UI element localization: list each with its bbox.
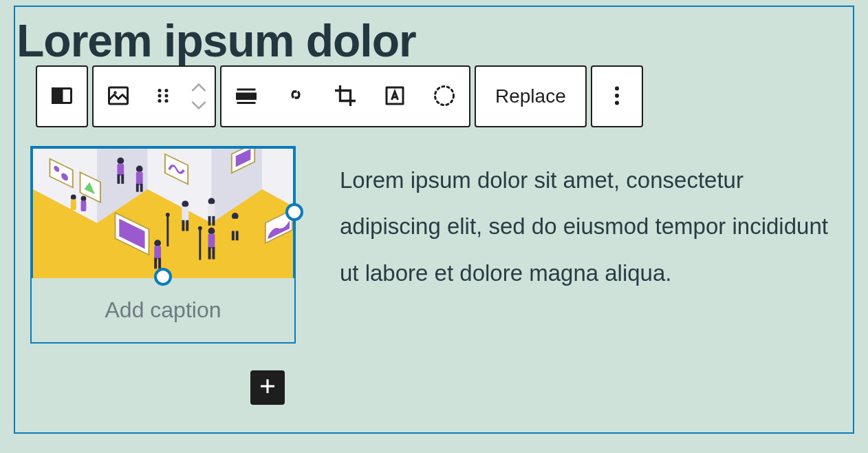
svg-rect-37 bbox=[121, 174, 124, 184]
text-overlay-button[interactable] bbox=[370, 67, 420, 126]
svg-point-58 bbox=[208, 228, 215, 235]
drag-icon bbox=[153, 85, 173, 108]
svg-point-38 bbox=[136, 165, 143, 172]
svg-rect-43 bbox=[71, 199, 76, 210]
svg-rect-49 bbox=[186, 220, 188, 231]
crop-icon bbox=[333, 83, 358, 110]
svg-rect-56 bbox=[154, 258, 157, 269]
resize-handle-right[interactable] bbox=[285, 203, 303, 221]
svg-point-13 bbox=[435, 86, 454, 105]
gallery-illustration bbox=[33, 149, 293, 278]
more-vertical-icon bbox=[605, 83, 629, 110]
toolbar-group-tools bbox=[220, 65, 470, 127]
svg-rect-55 bbox=[154, 246, 161, 260]
svg-point-8 bbox=[158, 99, 162, 103]
svg-point-7 bbox=[165, 94, 169, 97]
svg-rect-64 bbox=[232, 231, 235, 240]
block-toolbar: Replace bbox=[36, 65, 643, 127]
text-overlay-icon bbox=[382, 83, 407, 110]
image-icon bbox=[106, 83, 131, 110]
drag-handle[interactable] bbox=[143, 67, 183, 126]
move-up-button[interactable] bbox=[191, 83, 206, 92]
svg-rect-47 bbox=[182, 207, 188, 222]
move-down-button[interactable] bbox=[191, 101, 206, 110]
svg-point-4 bbox=[158, 89, 162, 92]
editor-canvas: Lorem ipsum dolor bbox=[14, 6, 854, 434]
replace-button[interactable]: Replace bbox=[476, 67, 585, 126]
svg-point-50 bbox=[208, 198, 215, 204]
image-placeholder[interactable] bbox=[30, 146, 296, 278]
svg-point-44 bbox=[81, 196, 87, 202]
crop-button[interactable] bbox=[321, 67, 370, 126]
svg-point-6 bbox=[158, 94, 162, 97]
link-icon bbox=[283, 83, 308, 110]
svg-point-42 bbox=[71, 195, 76, 200]
svg-rect-53 bbox=[212, 216, 215, 226]
svg-point-5 bbox=[165, 89, 169, 92]
align-icon bbox=[234, 83, 259, 110]
media-text-block: Add caption Lorem ipsum dolor sit amet, … bbox=[30, 146, 838, 344]
svg-point-14 bbox=[615, 86, 619, 90]
image-column: Add caption bbox=[30, 146, 296, 344]
svg-rect-51 bbox=[208, 204, 215, 218]
image-caption-input[interactable]: Add caption bbox=[30, 278, 296, 344]
svg-point-15 bbox=[615, 94, 619, 98]
select-parent-button[interactable] bbox=[37, 67, 87, 126]
svg-rect-45 bbox=[81, 200, 87, 211]
align-button[interactable] bbox=[221, 67, 271, 126]
plus-icon bbox=[257, 376, 278, 399]
svg-rect-11 bbox=[237, 94, 256, 99]
toolbar-group-parent bbox=[36, 65, 88, 127]
svg-rect-63 bbox=[232, 219, 239, 233]
svg-point-69 bbox=[198, 226, 202, 231]
columns-icon bbox=[50, 83, 74, 110]
resize-handle-bottom[interactable] bbox=[154, 268, 172, 286]
svg-rect-35 bbox=[117, 164, 124, 176]
svg-point-67 bbox=[166, 213, 170, 217]
svg-rect-39 bbox=[136, 171, 143, 185]
add-block-button[interactable] bbox=[250, 370, 285, 405]
link-button[interactable] bbox=[271, 67, 321, 126]
svg-rect-1 bbox=[53, 88, 63, 103]
page-heading[interactable]: Lorem ipsum dolor bbox=[17, 18, 416, 63]
svg-rect-36 bbox=[117, 174, 120, 184]
svg-rect-40 bbox=[136, 184, 139, 192]
svg-point-54 bbox=[154, 240, 161, 246]
svg-rect-41 bbox=[140, 184, 143, 192]
svg-rect-57 bbox=[158, 258, 161, 269]
svg-point-34 bbox=[117, 158, 124, 165]
duotone-icon bbox=[432, 83, 457, 110]
svg-rect-48 bbox=[182, 220, 184, 231]
svg-rect-61 bbox=[212, 247, 215, 260]
duotone-button[interactable] bbox=[420, 67, 469, 126]
svg-rect-60 bbox=[208, 247, 211, 260]
more-options-button[interactable] bbox=[592, 67, 642, 126]
svg-rect-59 bbox=[208, 233, 215, 249]
block-type-button[interactable] bbox=[94, 67, 143, 126]
svg-rect-52 bbox=[208, 216, 211, 226]
toolbar-group-more bbox=[591, 65, 643, 127]
toolbar-group-block bbox=[92, 65, 216, 127]
svg-point-16 bbox=[615, 101, 619, 105]
svg-point-62 bbox=[232, 213, 239, 220]
svg-rect-65 bbox=[236, 231, 239, 240]
svg-point-9 bbox=[165, 99, 169, 103]
toolbar-group-replace: Replace bbox=[475, 65, 587, 127]
svg-point-46 bbox=[182, 200, 188, 207]
paragraph-block[interactable]: Lorem ipsum dolor sit amet, consectetur … bbox=[340, 146, 838, 344]
svg-point-3 bbox=[115, 92, 116, 93]
